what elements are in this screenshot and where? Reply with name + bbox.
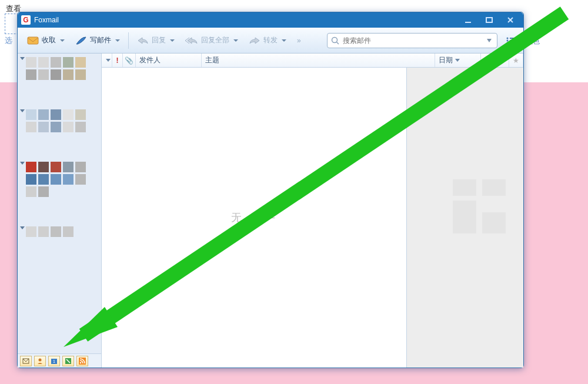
overflow-label: »	[297, 36, 301, 45]
compose-label: 写邮件	[90, 35, 111, 45]
toolbar-separator	[128, 32, 129, 49]
contacts-tab-icon	[36, 358, 44, 365]
chevron-down-icon	[115, 39, 120, 42]
mail-list-pane[interactable]: 无 内 ─	[102, 68, 407, 368]
svg-point-8	[507, 37, 509, 39]
column-subject[interactable]: 主题	[202, 54, 435, 67]
svg-text:1: 1	[53, 359, 55, 363]
column-size-label: 大小	[485, 55, 499, 65]
watermark-logo	[453, 179, 509, 236]
chevron-down-icon	[106, 59, 111, 62]
account-section[interactable]	[18, 225, 101, 246]
app-title: Foxmail	[34, 16, 59, 24]
chevron-down-icon	[60, 39, 65, 42]
compose-button[interactable]: 写邮件	[71, 31, 125, 50]
account-section[interactable]	[18, 108, 101, 161]
reply-all-label: 回复全部	[201, 35, 229, 45]
maximize-button[interactable]	[479, 14, 500, 26]
collapse-triangle-icon	[20, 109, 25, 112]
calendar-tab-icon: 1	[51, 358, 58, 365]
svg-rect-1	[486, 18, 492, 22]
background-label-select: 选	[5, 35, 12, 46]
collapse-triangle-icon	[20, 57, 25, 60]
column-star[interactable]: ★	[509, 54, 523, 67]
minimize-button[interactable]	[457, 14, 479, 26]
notes-tab-icon	[65, 358, 72, 365]
svg-point-15	[39, 358, 42, 361]
collapse-triangle-icon	[20, 226, 25, 229]
column-date[interactable]: 日期	[435, 54, 481, 67]
reply-arrow-icon	[137, 36, 149, 45]
list-icon	[506, 36, 516, 45]
sidebar-bottom-tabs: 1	[18, 353, 101, 368]
column-sender[interactable]: 发件人	[136, 54, 202, 67]
contacts-tab-button[interactable]	[34, 356, 46, 366]
empty-message: 无 内 ─	[231, 211, 278, 225]
svg-point-20	[80, 362, 82, 363]
pixelated-account-label	[26, 162, 98, 197]
svg-point-12	[507, 42, 509, 44]
mail-tab-icon	[22, 358, 29, 365]
svg-marker-7	[487, 39, 492, 42]
reply-button[interactable]: 回复	[132, 31, 179, 50]
forward-button[interactable]: 转发	[244, 31, 291, 50]
preview-pane	[407, 68, 523, 368]
mail-area: ! 📎 发件人 主题 日期 大小 ★ 无 内 ─	[102, 54, 523, 368]
column-sender-label: 发件人	[139, 55, 161, 65]
column-size[interactable]: 大小	[481, 54, 509, 67]
column-attachment[interactable]: 📎	[123, 54, 136, 67]
receive-button[interactable]: 收取	[22, 31, 69, 50]
forward-arrow-icon	[249, 36, 260, 45]
main-body: 1 ! 📎 发件人 主题 日期 大小 ★ 无 内 ─	[18, 54, 523, 368]
reply-all-button[interactable]: 回复全部	[181, 31, 243, 50]
rss-tab-icon	[79, 358, 86, 365]
notes-tab-button[interactable]	[62, 356, 74, 366]
chevron-down-icon	[233, 39, 238, 42]
column-headers: ! 📎 发件人 主题 日期 大小 ★	[102, 54, 523, 68]
close-button[interactable]	[500, 14, 521, 26]
titlebar[interactable]: G Foxmail	[18, 12, 523, 28]
mail-split: 无 内 ─	[102, 68, 523, 368]
pixelated-account-label	[26, 226, 98, 237]
calendar-tab-button[interactable]: 1	[48, 356, 60, 366]
chevron-down-icon	[455, 59, 460, 62]
account-section[interactable]	[18, 56, 101, 108]
account-section[interactable]	[18, 161, 101, 225]
svg-point-10	[507, 39, 509, 41]
collapse-triangle-icon	[20, 162, 25, 165]
reply-label: 回复	[152, 35, 166, 45]
search-field[interactable]	[327, 33, 497, 48]
forward-label: 转发	[263, 35, 278, 45]
foxmail-window: G Foxmail 收取 写邮件 回复	[17, 12, 524, 368]
svg-rect-4	[28, 37, 38, 44]
list-view-toggle[interactable]	[503, 33, 519, 48]
reply-all-arrow-icon	[185, 36, 198, 45]
svg-point-5	[332, 37, 338, 42]
column-subject-label: 主题	[205, 55, 219, 65]
toolbar: 收取 写邮件 回复 回复全部 转发 »	[18, 28, 523, 54]
app-icon: G	[21, 15, 31, 25]
mail-tab-button[interactable]	[20, 356, 32, 366]
feather-icon	[75, 36, 87, 45]
column-select[interactable]	[102, 54, 112, 67]
svg-line-6	[337, 42, 339, 44]
pixelated-account-label	[26, 57, 98, 80]
background-label-color: 颜色	[526, 36, 540, 46]
pixelated-account-label	[26, 109, 98, 132]
account-list	[18, 54, 101, 353]
receive-label: 收取	[42, 35, 56, 45]
chevron-down-icon	[170, 39, 175, 42]
search-icon	[331, 36, 339, 45]
search-input[interactable]	[343, 36, 482, 45]
rss-tab-button[interactable]	[76, 356, 88, 366]
column-priority[interactable]: !	[112, 54, 123, 67]
column-date-label: 日期	[439, 55, 453, 65]
toolbar-overflow-button[interactable]: »	[292, 31, 306, 50]
sidebar: 1	[18, 54, 102, 368]
envelope-icon	[27, 36, 39, 45]
search-dropdown[interactable]	[485, 39, 493, 42]
chevron-down-icon	[282, 39, 286, 42]
